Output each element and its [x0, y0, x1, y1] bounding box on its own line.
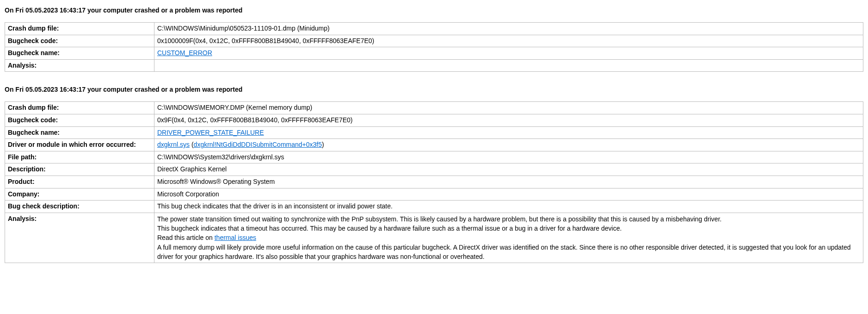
row-driver-module: Driver or module in which error occurred…: [5, 139, 863, 151]
value-description: DirectX Graphics Kernel: [154, 163, 863, 176]
value-analysis: The power state transition timed out wai…: [154, 213, 863, 263]
label-bugcheck-desc: Bug check description:: [5, 201, 154, 213]
crash-table-1: Crash dump file: C:\WINDOWS\Minidump\050…: [5, 22, 863, 72]
label-dump-file: Crash dump file:: [5, 102, 154, 114]
driver-symbol-link[interactable]: dxgkrnl!NtGdiDdDDISubmitCommand+0x3f5: [194, 141, 322, 148]
bugcheck-name-link[interactable]: CUSTOM_ERROR: [157, 49, 212, 57]
value-bugcheck-desc: This bug check indicates that the driver…: [154, 201, 863, 213]
row-dump-file: Crash dump file: C:\WINDOWS\MEMORY.DMP (…: [5, 102, 863, 114]
label-dump-file: Crash dump file:: [5, 23, 154, 35]
paren-open: (: [190, 141, 194, 148]
crash-header: On Fri 05.05.2023 16:43:17 your computer…: [5, 6, 863, 14]
value-bugcheck-name: CUSTOM_ERROR: [154, 47, 863, 60]
bugcheck-name-link[interactable]: DRIVER_POWER_STATE_FAILURE: [157, 129, 264, 136]
thermal-issues-link[interactable]: thermal issues: [215, 234, 256, 241]
crash-header: On Fri 05.05.2023 16:43:17 your computer…: [5, 86, 863, 93]
row-analysis: Analysis:: [5, 59, 863, 72]
row-bugcheck-code: Bugcheck code: 0x9F(0x4, 0x12C, 0xFFFF80…: [5, 114, 863, 126]
value-bugcheck-code: 0x9F(0x4, 0x12C, 0xFFFF800B81B49040, 0xF…: [154, 114, 863, 126]
value-analysis: [154, 59, 863, 72]
row-dump-file: Crash dump file: C:\WINDOWS\Minidump\050…: [5, 23, 863, 35]
value-product: Microsoft® Windows® Operating System: [154, 176, 863, 188]
row-company: Company: Microsoft Corporation: [5, 188, 863, 201]
label-bugcheck-code: Bugcheck code:: [5, 35, 154, 47]
row-bugcheck-code: Bugcheck code: 0x1000009F(0x4, 0x12C, 0x…: [5, 35, 863, 47]
analysis-text: The power state transition timed out wai…: [157, 215, 721, 223]
value-file-path: C:\WINDOWS\System32\drivers\dxgkrnl.sys: [154, 151, 863, 163]
row-file-path: File path: C:\WINDOWS\System32\drivers\d…: [5, 151, 863, 163]
row-bugcheck-name: Bugcheck name: CUSTOM_ERROR: [5, 47, 863, 60]
driver-file-link[interactable]: dxgkrnl.sys: [157, 141, 190, 148]
label-file-path: File path:: [5, 151, 154, 163]
analysis-text: This bugcheck indicates that a timeout h…: [157, 225, 622, 232]
label-analysis: Analysis:: [5, 59, 154, 72]
label-company: Company:: [5, 188, 154, 201]
label-bugcheck-name: Bugcheck name:: [5, 47, 154, 60]
value-driver-module: dxgkrnl.sys (dxgkrnl!NtGdiDdDDISubmitCom…: [154, 139, 863, 151]
value-company: Microsoft Corporation: [154, 188, 863, 201]
label-bugcheck-code: Bugcheck code:: [5, 114, 154, 126]
label-description: Description:: [5, 163, 154, 176]
analysis-text: A full memory dump will likely provide m…: [157, 244, 851, 260]
row-description: Description: DirectX Graphics Kernel: [5, 163, 863, 176]
value-dump-file: C:\WINDOWS\MEMORY.DMP (Kernel memory dum…: [154, 102, 863, 114]
crash-table-2: Crash dump file: C:\WINDOWS\MEMORY.DMP (…: [5, 101, 863, 263]
row-analysis: Analysis: The power state transition tim…: [5, 213, 863, 263]
paren-close: ): [322, 141, 324, 148]
label-bugcheck-name: Bugcheck name:: [5, 126, 154, 139]
value-bugcheck-name: DRIVER_POWER_STATE_FAILURE: [154, 126, 863, 139]
value-dump-file: C:\WINDOWS\Minidump\050523-11109-01.dmp …: [154, 23, 863, 35]
row-bugcheck-desc: Bug check description: This bug check in…: [5, 201, 863, 213]
row-product: Product: Microsoft® Windows® Operating S…: [5, 176, 863, 188]
value-bugcheck-code: 0x1000009F(0x4, 0x12C, 0xFFFF800B81B4904…: [154, 35, 863, 47]
label-driver-module: Driver or module in which error occurred…: [5, 139, 154, 151]
label-product: Product:: [5, 176, 154, 188]
row-bugcheck-name: Bugcheck name: DRIVER_POWER_STATE_FAILUR…: [5, 126, 863, 139]
label-analysis: Analysis:: [5, 213, 154, 263]
analysis-text: Read this article on: [157, 234, 215, 241]
